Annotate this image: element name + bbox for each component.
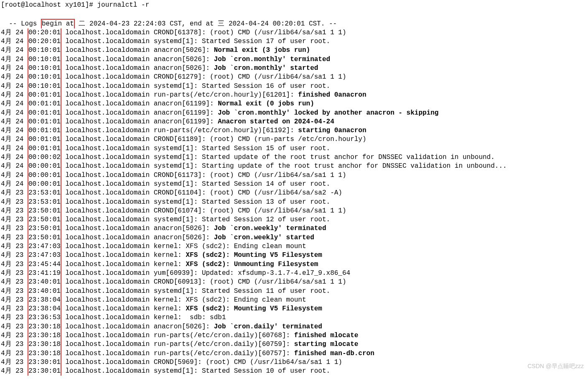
log-process: anacron[5026]: [154, 225, 214, 232]
log-process: systemd[1]: [154, 82, 202, 90]
log-process: systemd[1]: [154, 180, 202, 188]
log-process: systemd[1]: [154, 162, 202, 170]
log-host: localhost.localdomain [65, 314, 153, 321]
log-entry: 4月 24 00:00:02 localhost.localdomain sys… [1, 153, 587, 162]
log-entry: 4月 23 23:30:18 localhost.localdomain run… [1, 340, 587, 349]
log-process: anacron[61199]: [154, 100, 218, 108]
log-process: kernel: [154, 243, 186, 250]
log-process: CROND[5969]: [154, 359, 206, 366]
log-date: 4月 24 [1, 82, 28, 90]
log-date: 4月 24 [1, 64, 28, 72]
log-message: XFS (sdc2): Ending clean mount [186, 243, 306, 250]
log-date: 4月 24 [1, 162, 28, 170]
log-host: localhost.localdomain [65, 350, 153, 357]
log-host: localhost.localdomain [65, 243, 153, 250]
log-entry: 4月 24 00:20:01 localhost.localdomain CRO… [1, 28, 587, 37]
log-message: (root) CMD (/usr/lib64/sa/sa1 1 1) [210, 29, 346, 36]
log-message: starting mlocate [294, 341, 359, 348]
log-process: run-parts(/etc/cron.hourly)[61192]: [154, 127, 298, 134]
log-date: 4月 23 [1, 207, 28, 215]
log-process: yum[60939]: [154, 269, 202, 277]
log-time: 23:30:01 [28, 367, 61, 376]
log-date: 4月 24 [1, 145, 28, 152]
log-time: 23:30:18 [28, 340, 61, 349]
log-entry: 4月 23 23:30:18 localhost.localdomain run… [1, 331, 587, 340]
log-time: 23:50:01 [28, 215, 61, 224]
log-date: 4月 24 [1, 127, 28, 134]
log-host: localhost.localdomain [65, 38, 153, 45]
log-time: 23:50:01 [28, 224, 61, 233]
log-time: 23:40:01 [28, 287, 61, 296]
log-date: 4月 23 [1, 278, 28, 286]
log-entry: 4月 24 00:00:01 localhost.localdomain sys… [1, 162, 587, 171]
log-entry: 4月 23 23:40:01 localhost.localdomain CRO… [1, 278, 587, 287]
log-time: 00:10:01 [28, 73, 61, 82]
log-host: localhost.localdomain [65, 198, 153, 206]
log-process: run-parts(/etc/cron.hourly)[61201]: [154, 91, 298, 99]
log-time: 23:36:53 [28, 313, 61, 322]
log-time: 00:10:01 [28, 46, 61, 55]
log-host: localhost.localdomain [65, 359, 153, 366]
log-message: XFS (sdc2): Mounting V5 Filesystem [186, 305, 322, 312]
log-entry: 4月 24 00:10:01 localhost.localdomain ana… [1, 46, 587, 55]
log-header-prefix: -- Logs [9, 20, 41, 28]
log-message: Updated: xfsdump-3.1.7-4.el7_9.x86_64 [202, 269, 350, 277]
log-time: 00:01:01 [28, 91, 61, 100]
log-message: Normal exit (3 jobs run) [214, 46, 310, 54]
log-process: kernel: [154, 251, 186, 259]
log-time: 23:53:01 [28, 198, 61, 207]
log-entry: 4月 24 00:20:01 localhost.localdomain sys… [1, 37, 587, 46]
log-host: localhost.localdomain [65, 261, 153, 268]
log-entry: 4月 23 23:41:19 localhost.localdomain yum… [1, 269, 587, 278]
log-host: localhost.localdomain [65, 162, 153, 170]
log-message: Started Session 17 of user root. [202, 38, 330, 45]
log-entry: 4月 24 00:01:01 localhost.localdomain sys… [1, 144, 587, 153]
log-time: 23:47:03 [28, 242, 61, 251]
log-date: 4月 23 [1, 234, 28, 241]
log-entry: 4月 24 00:10:01 localhost.localdomain ana… [1, 64, 587, 73]
log-date: 4月 24 [1, 56, 28, 63]
log-entry: 4月 23 23:30:01 localhost.localdomain CRO… [1, 358, 587, 367]
log-process: CROND[61074]: [154, 207, 210, 215]
log-date: 4月 24 [1, 100, 28, 108]
log-date: 4月 23 [1, 350, 28, 357]
log-time: 00:20:01 [28, 37, 61, 46]
log-host: localhost.localdomain [65, 207, 153, 215]
log-date: 4月 24 [1, 136, 28, 143]
log-process: systemd[1]: [154, 145, 202, 152]
log-host: localhost.localdomain [65, 46, 153, 54]
log-message: XFS (sdc2): Unmounting Filesystem [186, 261, 318, 268]
log-entry: 4月 23 23:50:01 localhost.localdomain CRO… [1, 207, 587, 215]
log-time: 00:01:01 [28, 100, 61, 108]
log-process: CROND[61104]: [154, 189, 210, 197]
log-process: CROND[61279]: [154, 73, 210, 81]
log-date: 4月 23 [1, 243, 28, 250]
log-process: kernel: [154, 314, 190, 321]
log-date: 4月 23 [1, 296, 28, 304]
log-date: 4月 23 [1, 269, 28, 277]
log-time: 00:01:01 [28, 135, 61, 144]
log-host: localhost.localdomain [65, 367, 153, 375]
log-host: localhost.localdomain [65, 91, 153, 99]
log-output: 4月 24 00:20:01 localhost.localdomain CRO… [1, 28, 587, 376]
log-time: 23:30:18 [28, 331, 61, 340]
log-message: finished 0anacron [298, 91, 366, 99]
log-host: localhost.localdomain [65, 64, 153, 72]
log-entry: 4月 23 23:45:44 localhost.localdomain ker… [1, 260, 587, 269]
log-message: (root) CMD (/usr/lib64/sa/sa1 1 1) [210, 278, 346, 286]
log-process: systemd[1]: [154, 287, 202, 295]
log-date: 4月 23 [1, 216, 28, 223]
log-entry: 4月 23 23:50:01 localhost.localdomain sys… [1, 215, 587, 224]
log-process: CROND[61189]: [154, 136, 210, 143]
log-date: 4月 24 [1, 109, 28, 117]
log-message: (root) CMD (/usr/lib64/sa/sa1 1 1) [210, 207, 346, 215]
log-message: Anacron started on 2024-04-24 [218, 118, 334, 125]
log-host: localhost.localdomain [65, 56, 153, 63]
log-time: 00:00:01 [28, 162, 61, 171]
log-date: 4月 24 [1, 73, 28, 81]
log-date: 4月 24 [1, 172, 28, 179]
log-header-line: -- Logs begin at 二 2024-04-23 22:24:03 C… [1, 10, 587, 28]
log-process: CROND[61378]: [154, 29, 210, 36]
log-date: 4月 24 [1, 118, 28, 125]
log-time: 23:50:01 [28, 207, 61, 215]
